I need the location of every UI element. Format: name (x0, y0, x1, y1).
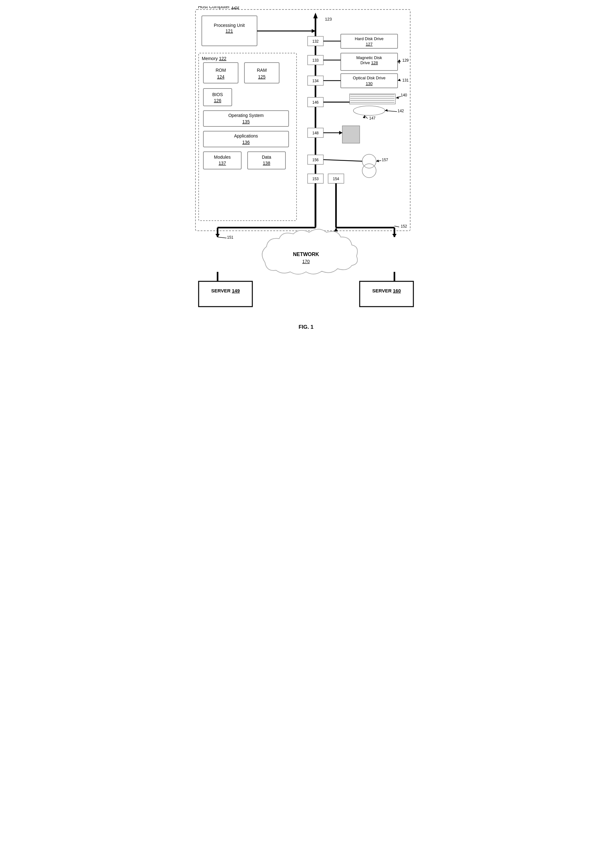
svg-text:Drive 128: Drive 128 (360, 60, 378, 65)
svg-text:124: 124 (217, 74, 224, 79)
svg-rect-107 (199, 281, 252, 307)
svg-text:ROM: ROM (216, 68, 226, 73)
svg-text:152: 152 (401, 224, 407, 229)
svg-rect-109 (360, 281, 413, 307)
svg-text:133: 133 (312, 58, 318, 63)
svg-text:127: 127 (366, 42, 372, 46)
svg-text:FIG. 1: FIG. 1 (298, 324, 313, 330)
svg-text:RAM: RAM (257, 68, 267, 73)
full-diagram: Host Computer 120 Processing Unit 121 Me… (192, 6, 420, 338)
svg-text:153: 153 (312, 177, 318, 181)
svg-text:Modules: Modules (214, 155, 231, 160)
svg-text:137: 137 (218, 161, 226, 166)
svg-text:NETWORK: NETWORK (293, 252, 319, 257)
svg-text:Processing Unit: Processing Unit (214, 23, 245, 28)
svg-text:Operating System: Operating System (228, 113, 264, 118)
svg-text:136: 136 (242, 140, 250, 145)
svg-text:BIOS: BIOS (212, 92, 223, 97)
main-diagram-svg: Host Computer 120 Processing Unit 121 Me… (192, 6, 420, 338)
svg-text:142: 142 (397, 109, 404, 113)
svg-text:151: 151 (227, 235, 233, 240)
svg-text:170: 170 (302, 259, 310, 264)
svg-text:123: 123 (325, 17, 332, 22)
svg-text:148: 148 (312, 131, 318, 135)
svg-text:157: 157 (382, 158, 388, 162)
svg-text:SERVER 160: SERVER 160 (372, 288, 401, 293)
svg-text:130: 130 (366, 81, 372, 86)
svg-text:154: 154 (333, 177, 339, 181)
svg-text:135: 135 (242, 119, 250, 124)
svg-text:Optical Disk Drive: Optical Disk Drive (353, 76, 385, 80)
svg-rect-75 (342, 126, 360, 143)
svg-text:Memory 122: Memory 122 (202, 56, 226, 61)
svg-text:147: 147 (369, 116, 376, 121)
svg-text:132: 132 (312, 39, 318, 43)
svg-text:Magnetic Disk: Magnetic Disk (356, 55, 382, 60)
svg-text:Hard Disk Drive: Hard Disk Drive (355, 36, 383, 41)
svg-text:125: 125 (258, 74, 266, 79)
svg-text:138: 138 (263, 161, 270, 166)
svg-text:Applications: Applications (234, 133, 258, 138)
svg-text:156: 156 (312, 158, 318, 162)
svg-text:Host Computer 120: Host Computer 120 (198, 6, 239, 9)
svg-text:121: 121 (226, 28, 233, 34)
svg-text:146: 146 (312, 100, 318, 105)
svg-text:129: 129 (402, 58, 409, 63)
svg-text:140: 140 (401, 93, 407, 98)
svg-text:126: 126 (214, 98, 221, 103)
svg-text:SERVER 149: SERVER 149 (211, 288, 240, 293)
svg-text:134: 134 (312, 79, 318, 83)
svg-text:131: 131 (402, 78, 409, 82)
svg-text:Data: Data (262, 155, 271, 160)
